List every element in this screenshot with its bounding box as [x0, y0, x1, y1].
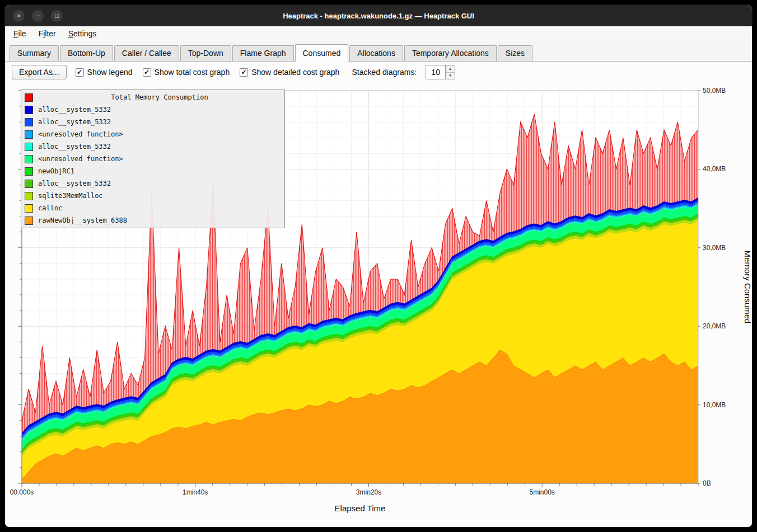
- legend-item: calloc: [21, 202, 284, 214]
- stacked-diagrams-spinbox[interactable]: 10 ▲ ▼: [426, 65, 455, 79]
- checkbox-label: Show total cost graph: [155, 68, 230, 77]
- legend-swatch: [25, 167, 33, 176]
- tab-bar: SummaryBottom-UpCaller / CalleeTop-DownF…: [5, 41, 752, 62]
- checkbox-label: Show detailed cost graph: [251, 68, 339, 77]
- legend-item: alloc__system_5332: [21, 140, 284, 153]
- legend-item: alloc__system_5332: [21, 116, 284, 128]
- legend-title-row: Total Memory Consumption: [21, 91, 284, 103]
- maximize-button[interactable]: □: [51, 10, 63, 22]
- legend-swatch: [25, 106, 33, 114]
- legend-item: newObjRC1: [21, 165, 284, 177]
- legend-label: newObjRC1: [38, 167, 74, 175]
- svg-text:50,0MB: 50,0MB: [703, 87, 726, 95]
- legend-swatch: [25, 216, 33, 225]
- maximize-icon: □: [55, 13, 59, 19]
- legend-item: sqlite3MemMalloc: [21, 190, 284, 202]
- checkbox-show-total-cost-graph[interactable]: ✓Show total cost graph: [143, 68, 230, 77]
- tab-sizes[interactable]: Sizes: [498, 45, 532, 61]
- checkbox-box[interactable]: ✓: [76, 68, 84, 77]
- y-axis-title: Memory Consumed: [743, 251, 752, 324]
- toolbar: Export As... ✓Show legend✓Show total cos…: [5, 62, 752, 83]
- legend-label: alloc__system_5332: [38, 118, 111, 126]
- chart-area: 0B10,0MB20,0MB30,0MB40,0MB50,0MB00.000s1…: [5, 83, 752, 527]
- legend-swatch: [25, 93, 33, 102]
- legend-swatch: [25, 118, 33, 126]
- legend-swatch: [25, 143, 33, 151]
- spinbox-value[interactable]: 10: [426, 65, 445, 79]
- tab-summary[interactable]: Summary: [10, 45, 59, 61]
- spinbox-buttons: ▲ ▼: [445, 65, 455, 79]
- window-controls: × ─ □: [5, 10, 63, 22]
- svg-text:1min40s: 1min40s: [183, 488, 208, 496]
- svg-text:30,0MB: 30,0MB: [703, 244, 726, 252]
- close-icon: ×: [17, 13, 20, 19]
- legend-label: alloc__system_5332: [38, 143, 111, 150]
- svg-text:0B: 0B: [703, 479, 711, 487]
- spin-up-button[interactable]: ▲: [446, 65, 455, 73]
- checkbox-show-legend[interactable]: ✓Show legend: [76, 68, 133, 77]
- window-title: Heaptrack - heaptrack.wakunode.1.gz — He…: [5, 12, 752, 20]
- checkbox-show-detailed-cost-graph[interactable]: ✓Show detailed cost graph: [240, 68, 339, 77]
- menu-settings[interactable]: Settings: [63, 27, 102, 40]
- svg-text:40,0MB: 40,0MB: [703, 165, 726, 173]
- legend-label: alloc__system_5332: [38, 180, 111, 187]
- stacked-diagrams-label: Stacked diagrams:: [352, 68, 417, 77]
- tab-bottom-up[interactable]: Bottom-Up: [60, 45, 113, 61]
- tab-allocations[interactable]: Allocations: [349, 45, 403, 61]
- tab-top-down[interactable]: Top-Down: [180, 45, 231, 61]
- x-axis-title: Elapsed Time: [335, 503, 386, 513]
- legend-item: <unresolved function>: [21, 128, 284, 140]
- menubar: FileFilterSettings: [5, 26, 752, 41]
- app-window: × ─ □ Heaptrack - heaptrack.wakunode.1.g…: [4, 4, 753, 528]
- legend-label: calloc: [38, 204, 62, 212]
- export-as-button[interactable]: Export As...: [12, 65, 67, 79]
- legend-item: alloc__system_5332: [21, 103, 284, 116]
- svg-text:10,0MB: 10,0MB: [703, 401, 726, 409]
- checkbox-group: ✓Show legend✓Show total cost graph✓Show …: [76, 68, 340, 77]
- legend-label: <unresolved function>: [38, 130, 123, 138]
- legend-label: rawNewObj__system_6388: [38, 216, 127, 224]
- legend-label: <unresolved function>: [38, 155, 123, 163]
- menu-filter[interactable]: Filter: [34, 27, 61, 40]
- legend-item: alloc__system_5332: [21, 177, 284, 190]
- legend-item: <unresolved function>: [21, 153, 284, 165]
- tab-temporary-allocations[interactable]: Temporary Allocations: [404, 45, 497, 61]
- checkbox-box[interactable]: ✓: [143, 68, 151, 77]
- minimize-icon: ─: [36, 13, 40, 19]
- tab-consumed[interactable]: Consumed: [295, 44, 349, 62]
- legend-swatch: [25, 204, 33, 213]
- svg-text:20,0MB: 20,0MB: [703, 322, 726, 330]
- svg-text:00.000s: 00.000s: [10, 488, 34, 496]
- legend-swatch: [25, 130, 33, 139]
- tab-caller-callee[interactable]: Caller / Callee: [114, 45, 179, 61]
- svg-text:3min20s: 3min20s: [356, 488, 381, 496]
- svg-text:5min00s: 5min00s: [530, 488, 555, 496]
- legend-label: alloc__system_5332: [38, 106, 111, 114]
- legend-swatch: [25, 192, 33, 200]
- menu-file[interactable]: File: [8, 27, 31, 40]
- legend-swatch: [25, 180, 33, 188]
- close-button[interactable]: ×: [13, 10, 25, 22]
- legend-item: rawNewObj__system_6388: [21, 214, 284, 227]
- checkbox-label: Show legend: [87, 68, 133, 77]
- titlebar: × ─ □ Heaptrack - heaptrack.wakunode.1.g…: [5, 5, 752, 26]
- minimize-button[interactable]: ─: [32, 10, 44, 22]
- spin-down-button[interactable]: ▼: [446, 73, 455, 79]
- chart-legend: Total Memory Consumptionalloc__system_53…: [21, 90, 285, 228]
- legend-label: sqlite3MemMalloc: [38, 192, 103, 200]
- tab-flame-graph[interactable]: Flame Graph: [232, 45, 294, 61]
- legend-label: Total Memory Consumption: [38, 93, 281, 101]
- legend-swatch: [25, 155, 33, 163]
- checkbox-box[interactable]: ✓: [240, 68, 248, 77]
